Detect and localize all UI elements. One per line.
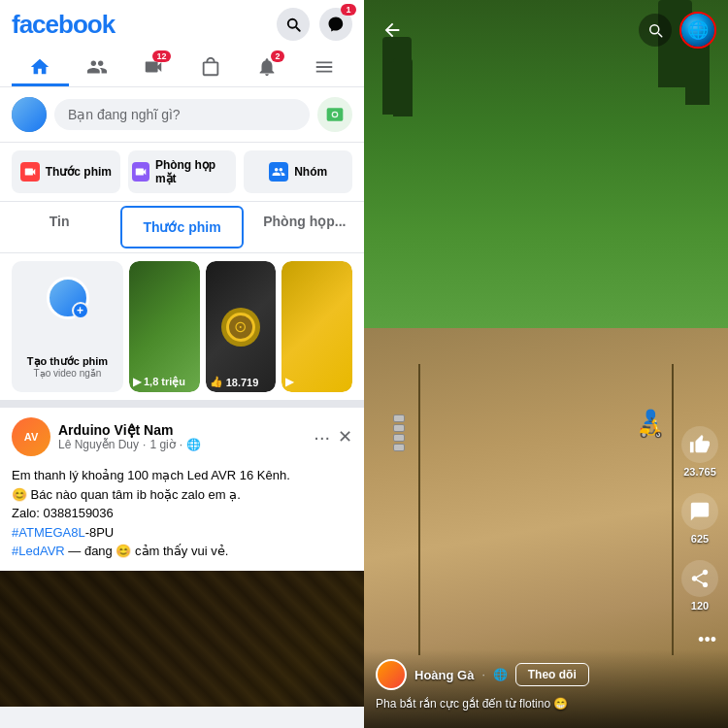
video-username: Hoàng Gà	[414, 668, 474, 682]
post-card: AV Arduino Việt Nam Lê Nguyễn Duy · 1 gi…	[0, 408, 364, 707]
right-top-icons: 🌐	[639, 12, 716, 49]
like-icon-2: 👍	[210, 376, 223, 388]
post-close-button[interactable]: ✕	[338, 426, 352, 447]
post-text: Em thanh lý khoảng 100 mạch Led AVR 16 K…	[0, 462, 364, 571]
right-panel: 👤 🛵 🌐 23.765	[364, 0, 728, 728]
story-card-3[interactable]: ▶	[281, 261, 352, 392]
video-red-icon	[20, 162, 40, 182]
content-tabs: Tin Thước phim Phòng họp...	[0, 202, 364, 253]
tab-marketplace[interactable]	[182, 49, 240, 86]
story-count-1: ▶ 1,8 triệu	[133, 376, 185, 388]
nav-tabs: 12 2	[12, 49, 352, 86]
room-button[interactable]: Phòng họp mặt	[128, 150, 237, 193]
post-image	[0, 571, 364, 707]
tab-video[interactable]: 12	[125, 49, 182, 86]
status-input[interactable]: Bạn đang nghĩ gì?	[54, 99, 310, 130]
post-author: Lê Nguyễn Duy	[58, 438, 139, 451]
tab-phong-hop[interactable]: Phòng họp...	[246, 202, 364, 252]
notification-badge: 2	[271, 50, 283, 62]
tab-thuoc-phim[interactable]: Thước phim	[120, 206, 243, 248]
group-label: Nhóm	[294, 165, 327, 179]
comment-action: 625	[681, 493, 718, 545]
action-buttons: Thước phim Phòng họp mặt Nhóm	[0, 143, 364, 202]
share-action: 120	[681, 560, 718, 612]
nav-icons: 1	[277, 8, 352, 41]
like-action: 23.765	[681, 426, 718, 478]
profile-globe-icon: 🌐	[681, 14, 714, 47]
search-button[interactable]	[277, 8, 310, 41]
share-count: 120	[691, 600, 709, 612]
story-count-2: 👍 18.719	[210, 376, 259, 388]
like-button[interactable]	[681, 426, 718, 463]
create-story-label: Tạo thước phim	[27, 355, 108, 368]
reels-label: Thước phim	[46, 165, 112, 179]
top-nav: facebook 1 12	[0, 0, 364, 87]
create-story-card[interactable]: + Tạo thước phim Tạo video ngắn	[12, 261, 123, 392]
stories-grid: + Tạo thước phim Tạo video ngắn ▶ 1,8 tr…	[12, 261, 352, 392]
video-caption: Pha bắt rắn cực gắt đến từ flotino 😁	[376, 696, 716, 712]
video-background: 👤 🛵	[364, 0, 728, 728]
post-time: 1 giờ	[149, 438, 175, 451]
share-button[interactable]	[681, 560, 718, 597]
video-privacy-icon: 🌐	[493, 668, 508, 681]
story-count-3: ▶	[285, 376, 293, 388]
photo-icon-button[interactable]	[317, 97, 352, 132]
hashtag-2[interactable]: #LedAVR	[12, 544, 65, 558]
post-meta: Arduino Việt Nam Lê Nguyễn Duy · 1 giờ ·…	[58, 422, 201, 451]
video-purple-icon	[132, 162, 149, 182]
hashtag-1[interactable]: #ATMEGA8L	[12, 525, 85, 540]
people-blue-icon	[269, 162, 288, 182]
stories-section: + Tạo thước phim Tạo video ngắn ▶ 1,8 tr…	[0, 253, 364, 408]
post-privacy-icon: 🌐	[186, 438, 201, 451]
reels-button[interactable]: Thước phim	[12, 150, 120, 193]
post-page-avatar: AV	[12, 417, 50, 456]
story-input-area: Bạn đang nghĩ gì?	[0, 87, 364, 143]
post-header: AV Arduino Việt Nam Lê Nguyễn Duy · 1 gi…	[0, 408, 364, 462]
room-label: Phòng họp mặt	[155, 158, 232, 185]
left-panel: facebook 1 12	[0, 0, 364, 728]
story-card-1[interactable]: ▶ 1,8 triệu	[129, 261, 200, 392]
bottom-user-row: Hoàng Gà · 🌐 Theo dõi	[376, 659, 716, 690]
tab-friends[interactable]	[69, 49, 126, 86]
post-area: AV Arduino Việt Nam Lê Nguyễn Duy · 1 gi…	[0, 408, 364, 728]
group-button[interactable]: Nhóm	[244, 150, 352, 193]
video-user-avatar	[376, 659, 407, 690]
tab-menu[interactable]	[296, 49, 353, 86]
tab-home[interactable]	[12, 49, 69, 86]
post-page-name: Arduino Việt Nam	[58, 422, 201, 438]
messenger-button[interactable]: 1	[319, 8, 352, 41]
messenger-badge: 1	[341, 4, 356, 16]
video-tab-badge: 12	[152, 50, 170, 62]
side-actions: 23.765 625 120	[681, 426, 718, 612]
facebook-logo: facebook	[12, 10, 115, 40]
tab-notifications[interactable]: 2	[239, 49, 296, 86]
post-sub-info: Lê Nguyễn Duy · 1 giờ · 🌐	[58, 438, 201, 451]
play-icon-1: ▶	[133, 376, 141, 388]
back-button[interactable]	[376, 14, 409, 47]
comment-count: 625	[691, 533, 709, 545]
like-count: 23.765	[683, 466, 716, 478]
story-card-2[interactable]: ⊙ 👍 18.719	[206, 261, 277, 392]
post-header-actions: ··· ✕	[314, 426, 352, 448]
comment-button[interactable]	[681, 493, 718, 530]
right-top-bar: 🌐	[364, 0, 728, 60]
svg-point-2	[333, 113, 337, 116]
profile-icon-button[interactable]: 🌐	[679, 12, 716, 49]
search-video-button[interactable]	[639, 14, 672, 47]
play-icon-3: ▶	[285, 376, 293, 388]
right-bottom-bar: Hoàng Gà · 🌐 Theo dõi Pha bắt rắn cực gắ…	[364, 649, 728, 728]
create-story-sublabel: Tạo video ngắn	[27, 368, 108, 379]
user-avatar	[12, 97, 47, 132]
tab-tin[interactable]: Tin	[0, 202, 118, 252]
post-more-button[interactable]: ···	[314, 426, 330, 448]
more-options-button[interactable]: •••	[698, 630, 716, 650]
follow-button[interactable]: Theo dõi	[515, 663, 589, 686]
